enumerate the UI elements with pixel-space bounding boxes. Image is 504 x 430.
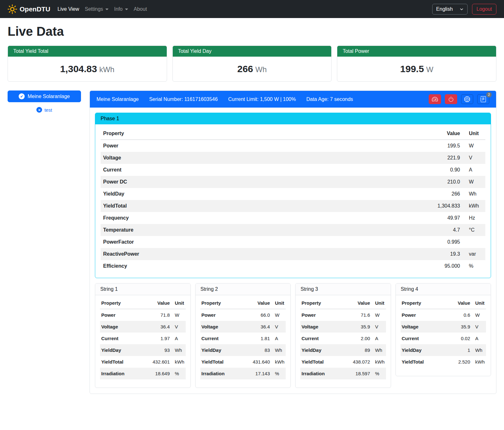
table-row: Power 0.6 W — [401, 309, 486, 321]
value-cell: 83 — [240, 344, 271, 356]
property-cell: Voltage — [100, 321, 140, 333]
table-row: Irradiation 18.649 % — [100, 368, 186, 379]
value-cell: 35.9 — [340, 321, 371, 333]
sun-logo-icon — [8, 4, 17, 14]
inverter-toolbar: 2 — [429, 94, 489, 104]
string-2-card: String 2 Property Value Unit — [195, 283, 291, 388]
x-circle-icon: × — [36, 107, 42, 113]
check-circle-icon: ✔ — [19, 93, 25, 99]
nav-item-live-view[interactable]: Live View — [55, 4, 82, 15]
value-cell: 0.6 — [445, 309, 471, 321]
unit-cell: W — [463, 140, 485, 152]
language-select[interactable]: English — [432, 4, 468, 15]
card-value: 1,304.83 — [60, 64, 97, 74]
column-header-unit: Unit — [171, 297, 186, 309]
table-row: YieldDay 93 Wh — [100, 344, 186, 356]
inverter-name: Meine Solaranlage — [96, 97, 139, 102]
brand[interactable]: OpenDTU — [8, 4, 50, 14]
table-row: Current 2.00 A — [300, 333, 386, 344]
value-cell: 1.81 — [240, 333, 271, 344]
logout-button[interactable]: Logout — [472, 4, 496, 15]
top-navbar: OpenDTU Live View Settings Info About En… — [0, 0, 504, 18]
value-cell: 1,304.833 — [317, 200, 463, 212]
property-cell: Irradiation — [100, 368, 140, 379]
limit-settings-button[interactable] — [429, 94, 441, 104]
table-row: YieldTotal 438.072 kWh — [300, 356, 386, 368]
nav-item-info[interactable]: Info — [111, 4, 131, 15]
sidebar-item-test[interactable]: × test — [8, 107, 81, 113]
unit-cell: % — [463, 260, 485, 272]
value-cell: 1 — [445, 344, 471, 356]
value-cell: 35.9 — [445, 321, 471, 333]
property-cell: Voltage — [200, 321, 240, 333]
property-cell: YieldDay — [100, 344, 140, 356]
string-title: String 4 — [396, 284, 491, 295]
column-header-unit: Unit — [463, 128, 485, 140]
table-row: Current 0.02 A — [401, 333, 486, 344]
unit-cell: V — [371, 321, 386, 333]
unit-cell: Wh — [271, 344, 286, 356]
table-row: Current 1.81 A — [200, 333, 286, 344]
column-header-value: Value — [445, 297, 471, 309]
card-unit: W — [426, 65, 433, 74]
value-cell: 2.520 — [445, 356, 471, 368]
table-row: YieldTotal 432.601 kWh — [100, 356, 186, 368]
unit-cell: Wh — [371, 344, 386, 356]
card-unit: kWh — [99, 65, 115, 74]
property-cell: Voltage — [300, 321, 340, 333]
event-count-badge: 2 — [486, 92, 492, 97]
string-3-table: Property Value Unit Power — [300, 297, 386, 379]
inverter-panel-header: Meine Solaranlage Serial Number: 1161716… — [90, 91, 496, 108]
table-row: Current 1.97 A — [100, 333, 186, 344]
page-title: Live Data — [8, 24, 496, 39]
value-cell: 266 — [317, 188, 463, 200]
property-cell: Power — [300, 309, 340, 321]
sidebar-item-meine-solaranlage[interactable]: ✔ Meine Solaranlage — [8, 90, 81, 102]
value-cell: 66.0 — [240, 309, 271, 321]
power-control-button[interactable] — [445, 94, 457, 104]
property-cell: YieldDay — [200, 344, 240, 356]
inverter-panel: Meine Solaranlage Serial Number: 1161716… — [90, 90, 496, 394]
value-cell: 18.649 — [140, 368, 171, 379]
table-row: Voltage 221.9 V — [101, 152, 485, 164]
value-cell: 0.995 — [317, 236, 463, 248]
table-row: Frequency 49.97 Hz — [101, 212, 485, 224]
nav-item-settings[interactable]: Settings — [82, 4, 111, 15]
table-row: Power 71.6 W — [300, 309, 386, 321]
nav-item-about[interactable]: About — [131, 4, 150, 15]
unit-cell: W — [463, 176, 485, 188]
column-header-property: Property — [200, 297, 240, 309]
column-header-value: Value — [317, 128, 463, 140]
table-row: Efficiency 95.000 % — [101, 260, 485, 272]
unit-cell: % — [371, 368, 386, 379]
card-unit: Wh — [255, 65, 267, 74]
device-info-button[interactable] — [461, 94, 473, 104]
string-4-card: String 4 Property Value Unit — [395, 283, 491, 376]
property-cell: Frequency — [101, 212, 317, 224]
string-1-table: Property Value Unit Power — [100, 297, 186, 379]
value-cell: 36.4 — [240, 321, 271, 333]
unit-cell: W — [471, 309, 486, 321]
value-cell: 438.072 — [340, 356, 371, 368]
value-cell: 17.143 — [240, 368, 271, 379]
unit-cell: A — [271, 333, 286, 344]
event-log-button[interactable]: 2 — [477, 94, 489, 104]
property-cell: YieldTotal — [300, 356, 340, 368]
unit-cell: W — [271, 309, 286, 321]
value-cell: 89 — [340, 344, 371, 356]
column-header-property: Property — [101, 128, 317, 140]
table-row: YieldTotal 2.520 kWh — [401, 356, 486, 368]
property-cell: YieldDay — [300, 344, 340, 356]
value-cell: 36.4 — [140, 321, 171, 333]
property-cell: Power — [401, 309, 445, 321]
property-cell: Power — [200, 309, 240, 321]
column-header-property: Property — [100, 297, 140, 309]
phase-table: Property Value Unit Power — [101, 128, 485, 272]
string-title: String 2 — [196, 284, 291, 295]
phase-title: Phase 1 — [95, 113, 491, 124]
string-1-card: String 1 Property Value Unit — [95, 283, 191, 388]
unit-cell: Hz — [463, 212, 485, 224]
unit-cell: A — [471, 333, 486, 344]
inverter-limit: Current Limit: 1,500 W | 100% — [228, 97, 296, 102]
property-cell: Current — [101, 164, 317, 176]
